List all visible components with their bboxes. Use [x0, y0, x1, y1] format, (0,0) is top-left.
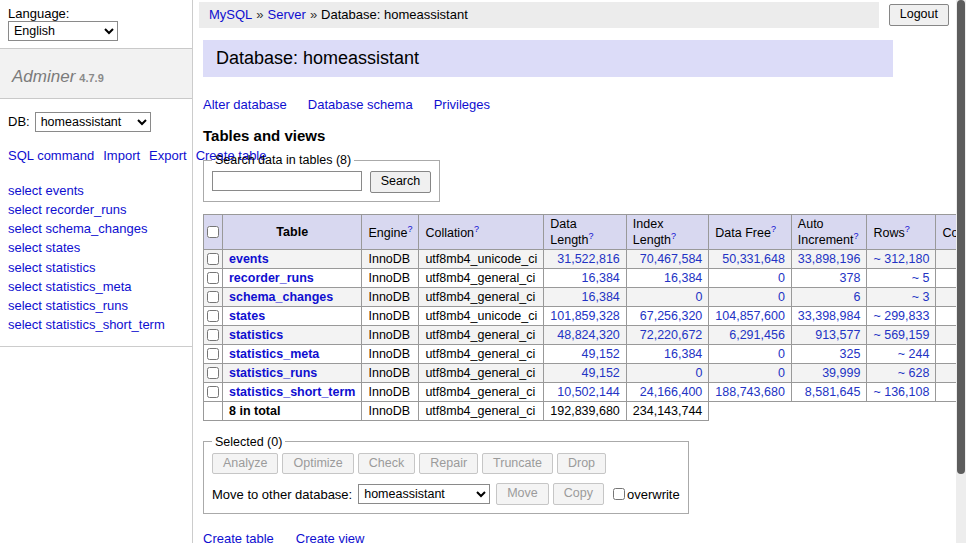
tables-header-row: TableEngine?Collation?Data Length?Index … — [204, 214, 966, 249]
row-checkbox[interactable] — [207, 386, 219, 398]
check-button[interactable]: Check — [358, 453, 415, 475]
cell-table-name: statistics_meta — [223, 344, 362, 363]
scrollbar — [956, 0, 966, 543]
cell-engine: InnoDB — [362, 268, 419, 287]
content: Database: homeassistant Alter databaseDa… — [193, 28, 893, 543]
cell-index-length: 67,256,320 — [626, 306, 709, 325]
cell-data-free: 0 — [709, 268, 792, 287]
table-name-link[interactable]: statistics — [229, 328, 283, 342]
row-checkbox[interactable] — [207, 253, 219, 265]
breadcrumb-separator: » — [310, 7, 317, 22]
cell-index-length: 16,384 — [626, 268, 709, 287]
export-link[interactable]: Export — [149, 148, 187, 163]
sidebar-table-link[interactable]: select schema_changes — [8, 219, 184, 238]
privileges-link[interactable]: Privileges — [434, 97, 490, 112]
move-button[interactable]: Move — [496, 483, 549, 505]
doc-help-link[interactable]: ? — [853, 231, 858, 241]
cell-rows: ~ 299,833 — [867, 306, 936, 325]
cell-rows: ~ 3 — [867, 287, 936, 306]
repair-button[interactable]: Repair — [419, 453, 478, 475]
sidebar-table-link[interactable]: select statistics_runs — [8, 296, 184, 315]
row-checkbox[interactable] — [207, 272, 219, 284]
sidebar-links: SQL commandImportExportCreate table — [0, 136, 185, 168]
create-view-link[interactable]: Create view — [296, 531, 365, 543]
search-button[interactable]: Search — [370, 171, 432, 193]
scrollbar-thumb[interactable] — [957, 0, 965, 474]
language-select[interactable]: English — [8, 21, 118, 41]
sidebar-table-link[interactable]: select recorder_runs — [8, 200, 184, 219]
search-legend: Search data in tables (8) — [212, 153, 354, 167]
cell-data-length: 48,824,320 — [544, 325, 627, 344]
table-name-link[interactable]: statistics_meta — [229, 347, 319, 361]
table-name-link[interactable]: schema_changes — [229, 290, 333, 304]
breadcrumb-separator: » — [256, 7, 263, 22]
sidebar-table-link[interactable]: select states — [8, 238, 184, 257]
row-select-cell — [204, 363, 223, 382]
table-name-link[interactable]: recorder_runs — [229, 271, 314, 285]
doc-help-link[interactable]: ? — [671, 231, 676, 241]
table-name-link[interactable]: events — [229, 252, 269, 266]
search-input[interactable] — [212, 171, 362, 191]
row-checkbox[interactable] — [207, 291, 219, 303]
doc-help-link[interactable]: ? — [905, 224, 910, 234]
row-checkbox[interactable] — [207, 329, 219, 341]
cell-data-free: 50,331,648 — [709, 249, 792, 268]
table-row: statesInnoDButf8mb4_unicode_ci101,859,32… — [204, 306, 966, 325]
row-select-cell — [204, 287, 223, 306]
table-name-link[interactable]: statistics_short_term — [229, 385, 355, 399]
selected-legend: Selected (0) — [212, 435, 285, 449]
doc-help-link[interactable]: ? — [771, 224, 776, 234]
copy-button[interactable]: Copy — [553, 483, 604, 505]
alter-database-link[interactable]: Alter database — [203, 97, 287, 112]
breadcrumb-server-link[interactable]: Server — [268, 7, 306, 22]
table-name-link[interactable]: statistics_runs — [229, 366, 317, 380]
optimize-button[interactable]: Optimize — [282, 453, 353, 475]
overwrite-checkbox[interactable] — [613, 488, 625, 500]
sidebar-table-link[interactable]: select statistics_meta — [8, 277, 184, 296]
totals-empty-cell — [709, 401, 792, 420]
truncate-button[interactable]: Truncate — [482, 453, 553, 475]
table-row: eventsInnoDButf8mb4_unicode_ci31,522,816… — [204, 249, 966, 268]
column-header-collation: Collation? — [419, 214, 544, 249]
analyze-button[interactable]: Analyze — [212, 453, 278, 475]
cell-table-name: statistics_runs — [223, 363, 362, 382]
breadcrumb-mysql-link[interactable]: MySQL — [209, 7, 252, 22]
main: MySQL»Server»Database: homeassistant Log… — [193, 0, 956, 543]
language-label: Language: — [8, 6, 69, 21]
app-version: 4.7.9 — [79, 72, 103, 84]
row-checkbox[interactable] — [207, 348, 219, 360]
row-checkbox[interactable] — [207, 310, 219, 322]
cell-index-length: 24,166,400 — [626, 382, 709, 401]
sidebar-table-link[interactable]: select statistics — [8, 258, 184, 277]
breadcrumb: MySQL»Server»Database: homeassistant — [199, 2, 879, 28]
cell-data-free: 0 — [709, 287, 792, 306]
totals-label: 8 in total — [223, 401, 362, 420]
database-schema-link[interactable]: Database schema — [308, 97, 413, 112]
cell-index-length: 16,384 — [626, 344, 709, 363]
doc-help-link[interactable]: ? — [589, 231, 594, 241]
move-database-select[interactable]: homeassistant — [358, 484, 490, 504]
table-row: statisticsInnoDButf8mb4_general_ci48,824… — [204, 325, 966, 344]
doc-help-link[interactable]: ? — [407, 224, 412, 234]
tables-overview: TableEngine?Collation?Data Length?Index … — [203, 214, 966, 421]
table-row: recorder_runsInnoDButf8mb4_general_ci16,… — [204, 268, 966, 287]
totals-engine: InnoDB — [362, 401, 419, 420]
table-name-link[interactable]: states — [229, 309, 265, 323]
cell-table-name: statistics_short_term — [223, 382, 362, 401]
cell-engine: InnoDB — [362, 382, 419, 401]
logout-button[interactable]: Logout — [889, 4, 949, 26]
selected-buttons: AnalyzeOptimizeCheckRepairTruncateDrop — [212, 453, 680, 475]
import-link[interactable]: Import — [103, 148, 140, 163]
cell-index-length: 70,467,584 — [626, 249, 709, 268]
drop-button[interactable]: Drop — [557, 453, 606, 475]
doc-help-link[interactable]: ? — [474, 224, 479, 234]
create-table-link[interactable]: Create table — [203, 531, 274, 543]
sidebar-table-link[interactable]: select events — [8, 181, 184, 200]
select-all-checkbox[interactable] — [207, 226, 219, 238]
sql-command-link[interactable]: SQL command — [8, 148, 94, 163]
cell-table-name: recorder_runs — [223, 268, 362, 287]
cell-data-length: 101,859,328 — [544, 306, 627, 325]
db-select[interactable]: homeassistant — [35, 112, 151, 132]
sidebar-table-link[interactable]: select statistics_short_term — [8, 315, 184, 334]
row-checkbox[interactable] — [207, 367, 219, 379]
